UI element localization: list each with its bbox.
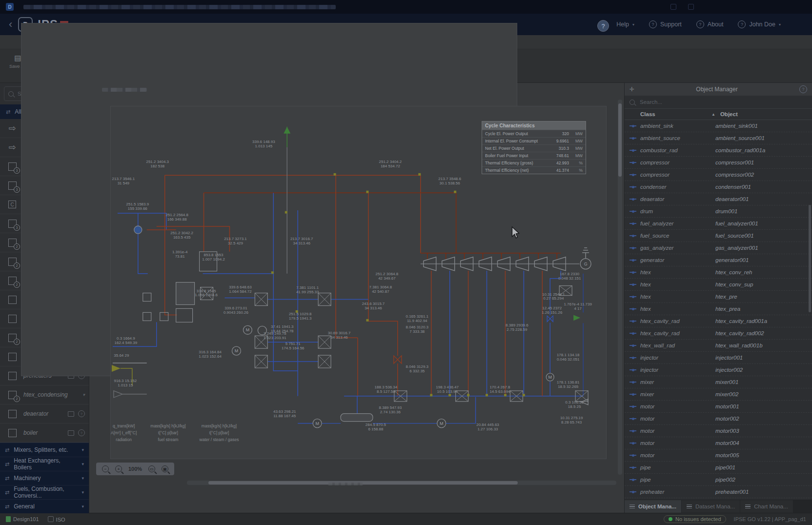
object-row[interactable]: compressor compressor002 xyxy=(625,169,812,181)
project-file-icon xyxy=(6,516,11,522)
object-row[interactable]: condenser condenser001 xyxy=(625,181,812,193)
cycle-row-label: Net El. Power Output xyxy=(485,146,548,151)
status-ok-icon xyxy=(669,517,672,521)
palette-category[interactable]: ⇄ Fuels, Combustion, Conversi... ▾ xyxy=(0,485,89,499)
object-row[interactable]: htex htex_prea xyxy=(625,303,812,315)
object-row[interactable]: htex htex_pre xyxy=(625,291,812,303)
panel-tab[interactable]: Chart Mana... xyxy=(740,500,793,513)
object-row[interactable]: ambient_source ambient_source001 xyxy=(625,132,812,144)
pin-icon[interactable]: ✛ xyxy=(629,86,634,93)
object-link-icon xyxy=(629,391,636,398)
flowsheet-canvas[interactable]: MMMMMG339.6 148.931.013 145251.2 3404.31… xyxy=(89,83,624,513)
object-row[interactable]: mixer mixer001 xyxy=(625,376,812,388)
header-nav-item[interactable]: ? Help ▾ xyxy=(593,17,634,32)
palette-category[interactable]: ⇄ Mixers, Splitters, etc. ▾ xyxy=(0,443,89,457)
vscroll-thumb[interactable] xyxy=(618,103,622,177)
svg-text:1.767e-4 11.7394 17: 1.767e-4 11.7394 17 xyxy=(564,302,592,311)
object-row[interactable]: generator generator001 xyxy=(625,254,812,266)
svg-text:251.2 3404.2184 534.72: 251.2 3404.2184 534.72 xyxy=(379,160,402,168)
canvas-vscrollbar[interactable] xyxy=(618,100,622,475)
object-manager-action-icon[interactable] xyxy=(800,99,807,105)
object-row[interactable]: pipe pipe001 xyxy=(625,462,812,474)
object-row[interactable]: mixer mixer002 xyxy=(625,388,812,401)
palette-category[interactable]: ⇄ Machinery ▾ xyxy=(0,471,89,485)
object-row[interactable]: combustor_rad combustor_rad001a xyxy=(625,144,812,157)
details-icon[interactable] xyxy=(68,411,74,417)
object-row[interactable]: motor motor003 xyxy=(625,425,812,437)
palette-item[interactable]: deaerator ▾ ? xyxy=(0,404,89,424)
panel-help-icon[interactable]: ? xyxy=(799,85,807,93)
cycle-row-label: Boiler Fuel Power Input xyxy=(485,153,548,158)
object-row[interactable]: injector injector002 xyxy=(625,364,812,376)
object-manager-action-icon[interactable] xyxy=(762,99,769,105)
object-class: htex xyxy=(640,294,711,300)
svg-text:916.3 15.1521.013 15: 916.3 15.1521.013 15 xyxy=(114,379,137,387)
object-list-scrollbar[interactable] xyxy=(809,205,811,312)
panel-tab[interactable]: Object Mana... xyxy=(625,500,681,513)
palette-category[interactable]: ⇄ General ▾ xyxy=(0,499,89,513)
column-class[interactable]: Class xyxy=(640,111,711,117)
header-nav-item[interactable]: ? John Doe ▾ xyxy=(738,20,781,28)
object-row[interactable]: deaerator deaerator001 xyxy=(625,193,812,205)
object-link-icon xyxy=(629,318,636,324)
chevron-down-icon: ▾ xyxy=(81,490,84,495)
object-name: condenser001 xyxy=(715,184,807,190)
svg-text:316.3 164.841.023 152.64: 316.3 164.841.023 152.64 xyxy=(199,350,222,359)
help-icon[interactable]: ? xyxy=(78,429,85,436)
object-row[interactable]: compressor compressor001 xyxy=(625,157,812,169)
header-nav-item[interactable]: ? About xyxy=(696,20,724,28)
object-row[interactable]: pipe pipe002 xyxy=(625,474,812,486)
browser-control-icon[interactable] xyxy=(670,4,676,10)
object-row[interactable]: motor motor001 xyxy=(625,401,812,413)
units-indicator[interactable]: ISO xyxy=(48,516,65,523)
object-row[interactable]: injector injector001 xyxy=(625,352,812,364)
object-manager-action-icon[interactable] xyxy=(788,99,794,105)
object-row[interactable]: preheater preheater001 xyxy=(625,486,812,498)
object-manager-action-icon[interactable] xyxy=(775,99,782,105)
palette-item[interactable]: boiler ▾ ? xyxy=(0,424,89,443)
object-row[interactable]: htex htex_conv_sup xyxy=(625,279,812,291)
object-row[interactable]: motor motor004 xyxy=(625,437,812,449)
project-indicator[interactable]: Design101 xyxy=(6,516,39,522)
palette-category[interactable]: ⇄ Heat Exchangers, Boilers ▾ xyxy=(0,457,89,471)
object-row[interactable]: drum drum001 xyxy=(625,205,812,218)
browser-controls[interactable] xyxy=(670,4,694,10)
object-row[interactable]: fuel_analyzer fuel_analyzer001 xyxy=(625,218,812,230)
address-bar-redacted[interactable] xyxy=(23,5,336,9)
hscroll-thumb[interactable] xyxy=(208,481,518,485)
category-label: Machinery xyxy=(14,475,41,482)
zoom-button[interactable]: ▣ xyxy=(162,465,168,472)
object-row[interactable]: motor motor002 xyxy=(625,413,812,425)
object-row[interactable]: motor motor005 xyxy=(625,449,812,462)
object-row[interactable]: ambient_sink ambient_sink001 xyxy=(625,120,812,132)
object-row[interactable]: gas_analyzer gas_analyzer001 xyxy=(625,242,812,254)
component-icon xyxy=(6,370,19,381)
chevron-down-icon[interactable]: ▾ xyxy=(82,392,85,397)
toolbar-button[interactable]: Setup Page xyxy=(307,51,336,75)
object-name: htex_prea xyxy=(715,306,807,312)
cycle-characteristics-table[interactable]: Cycle Characteristics Cycle El. Power Ou… xyxy=(482,121,586,174)
header-nav-item[interactable]: ? Support xyxy=(649,20,682,28)
object-row[interactable]: htex htex_conv_reh xyxy=(625,266,812,279)
zoom-button[interactable]: − xyxy=(102,465,109,472)
object-table-header[interactable]: Class ▲ Object xyxy=(625,109,812,120)
panel-tab[interactable]: Dataset Mana... xyxy=(682,500,740,513)
object-search-input[interactable] xyxy=(639,99,746,105)
zoom-button[interactable]: ▭ xyxy=(148,465,155,472)
help-icon[interactable]: ? xyxy=(78,410,85,417)
object-row[interactable]: fuel_source fuel_source001 xyxy=(625,230,812,242)
component-icon: 2 xyxy=(6,389,19,400)
palette-item[interactable]: 2 htex_condensing ▾ ? xyxy=(0,385,89,404)
zoom-button[interactable]: + xyxy=(115,465,122,472)
svg-text:12.45 23721.26 151.26: 12.45 23721.26 151.26 xyxy=(542,306,563,315)
browser-control-icon[interactable] xyxy=(688,4,694,10)
object-manager-action-icon[interactable] xyxy=(750,99,756,105)
object-row[interactable]: htex_wall_rad htex_wall_rad001b xyxy=(625,340,812,352)
column-object[interactable]: Object xyxy=(720,111,738,117)
object-row[interactable]: htex_cavity_rad htex_cavity_rad001a xyxy=(625,315,812,327)
canvas-hscrollbar[interactable] xyxy=(187,481,616,485)
object-row[interactable]: htex_cavity_rad htex_cavity_rad002 xyxy=(625,327,812,340)
details-icon[interactable] xyxy=(68,430,74,436)
object-link-icon xyxy=(629,220,636,227)
back-button[interactable]: ‹ xyxy=(9,19,12,30)
